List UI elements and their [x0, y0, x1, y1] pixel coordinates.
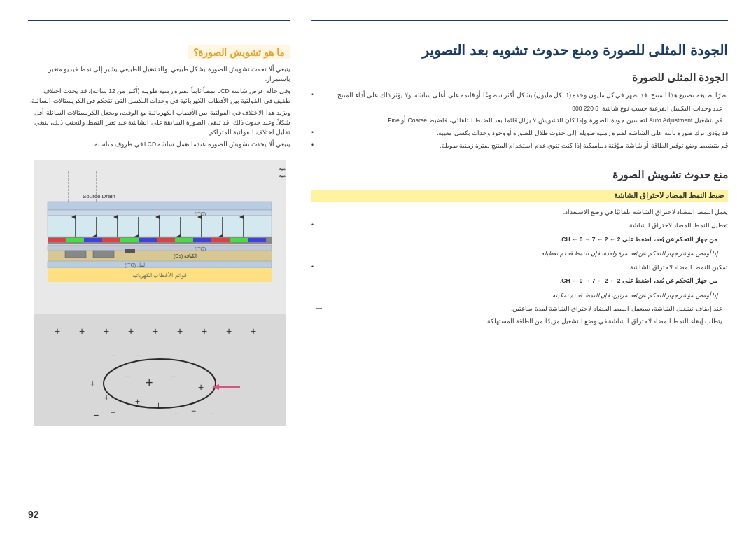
svg-rect-21	[102, 238, 120, 242]
svg-rect-28	[230, 238, 248, 242]
top-line-right	[312, 20, 728, 21]
dash-2: − قم بتشغيل Auto Adjustment لتحسين جودة …	[312, 116, 728, 126]
activate-note: إذا أومض مؤشر جهاز التحكم عن بُعد مرتين،…	[312, 290, 728, 300]
svg-text:+: +	[226, 325, 232, 337]
lcd-diagram-svg: معل شاشة الأمامية طبقة الزجاج الأمامية S…	[34, 160, 286, 314]
svg-rect-30	[48, 245, 272, 251]
what-is-title: ما هو تشويش الصورة؟	[188, 45, 290, 59]
svg-rect-18	[48, 238, 66, 242]
bullet-1: • نظرًا لطبيعة تصنيع هذا المنتج، قد تظهر…	[312, 91, 728, 101]
svg-text:−: −	[111, 407, 115, 417]
bullet-2: • قد يؤدي ترك صورة ثابتة على الشاشة لفتر…	[312, 129, 728, 139]
note-1: — عند إيقاف تشغيل الشاشة، سيعمل النمط ال…	[312, 304, 728, 314]
svg-text:−: −	[209, 408, 214, 419]
svg-text:+: +	[177, 325, 183, 337]
deactivate-bullet: • تعطيل النمط المضاد لاحتراق الشاشة	[312, 221, 728, 231]
svg-text:−: −	[93, 409, 99, 421]
svg-rect-37	[48, 261, 272, 268]
svg-text:−: −	[111, 350, 116, 361]
left-panel: ما هو تشويش الصورة؟ ينبغي ألا تحدث تشويش…	[0, 0, 301, 534]
right-panel: الجودة المثلى للصورة ومنع حدوث تشويه بعد…	[301, 0, 756, 534]
svg-rect-25	[175, 238, 193, 242]
what-is-distortion-box: ما هو تشويش الصورة؟ ينبغي ألا تحدث تشويش…	[28, 45, 290, 153]
diagram-area: معل شاشة الأمامية طبقة الزجاج الأمامية S…	[28, 160, 290, 520]
highlight-box: ضبط النمط المضاد لاحتراق الشاشة	[312, 190, 728, 202]
svg-rect-35	[125, 249, 135, 253]
main-title: الجودة المثلى للصورة ومنع حدوث تشويه بعد…	[312, 42, 728, 59]
bullet-3: • قم بتنشيط وضع توفير الطاقة أو شاشة مؤق…	[312, 141, 728, 151]
svg-text:+: +	[90, 378, 95, 389]
deactivate-note: إذا أومض مؤشر جهاز التحكم عن بُعد مرة وا…	[312, 248, 728, 258]
svg-text:+: +	[135, 397, 140, 407]
svg-rect-33	[65, 251, 86, 258]
note-2: — يتطلب إبقاء النمط المضاد لاحتراق الشاش…	[312, 317, 728, 327]
page-container: ما هو تشويش الصورة؟ ينبغي ألا تحدث تشويش…	[0, 0, 756, 534]
svg-rect-23	[139, 238, 157, 242]
prevent-title: منع حدوث تشويش الصورة	[312, 169, 728, 181]
svg-text:+: +	[146, 376, 153, 390]
svg-text:معل شاشة الأمامية: معل شاشة الأمامية	[279, 164, 286, 171]
svg-rect-5	[48, 210, 272, 216]
svg-text:−: −	[174, 408, 179, 419]
svg-text:Source  Drain: Source Drain	[83, 193, 115, 199]
svg-text:(Cs) الكثافة: (Cs) الكثافة	[174, 253, 197, 259]
prevent-intro: يعمل النمط المضاد لاحتراق الشاشة تلقائيً…	[312, 207, 728, 217]
charge-diagram-svg: + + + + + + + + + − − − + − +	[34, 314, 286, 426]
svg-text:+: +	[55, 325, 60, 337]
svg-text:+: +	[156, 400, 161, 410]
svg-rect-29	[248, 238, 266, 242]
svg-rect-34	[93, 251, 114, 258]
top-line-left	[28, 20, 290, 21]
svg-rect-19	[66, 238, 84, 242]
svg-text:+: +	[153, 325, 158, 337]
svg-rect-26	[193, 238, 211, 242]
svg-rect-22	[120, 238, 139, 242]
svg-rect-24	[157, 238, 175, 242]
svg-text:−: −	[170, 371, 176, 382]
svg-rect-20	[84, 238, 102, 242]
svg-text:(ITO) ليبل: (ITO) ليبل	[125, 262, 145, 268]
svg-text:+: +	[104, 392, 109, 403]
svg-text:قوائم الأقطاب الكهربائية: قوائم الأقطاب الكهربائية	[132, 272, 186, 279]
svg-text:طبقة الزجاج الأمامية: طبقة الزجاج الأمامية	[279, 171, 286, 178]
svg-text:−: −	[125, 371, 130, 382]
svg-text:+: +	[128, 325, 134, 337]
svg-text:+: +	[198, 381, 204, 393]
svg-rect-4	[48, 202, 272, 210]
what-is-text: ينبغي ألا تحدث تشويش الصورة بشكل طبيعي. …	[28, 65, 290, 150]
deactivate-path: من جهاز التحكم عن بُعد، اضغط على 2 ← 2 ←…	[312, 234, 728, 244]
svg-text:−: −	[191, 406, 196, 416]
svg-text:+: +	[79, 325, 85, 337]
section-divider	[312, 160, 728, 160]
svg-text:+: +	[251, 325, 256, 337]
svg-text:+: +	[104, 325, 109, 337]
svg-text:+: +	[202, 325, 207, 337]
svg-text:−: −	[135, 350, 141, 361]
activate-path: من جهاز التحكم عن بُعد، اضغط على 2 ← 2 ←…	[312, 276, 728, 286]
svg-rect-27	[211, 238, 230, 242]
activate-bullet: • تمكين النمط المضاد لاحتراق الشاشة	[312, 263, 728, 273]
dash-1: − عدد وحدات البكسل الفرعية حسب نوع شاشة:…	[312, 104, 728, 114]
image-quality-title: الجودة المثلى للصورة	[312, 71, 728, 84]
page-number: 92	[28, 509, 39, 520]
